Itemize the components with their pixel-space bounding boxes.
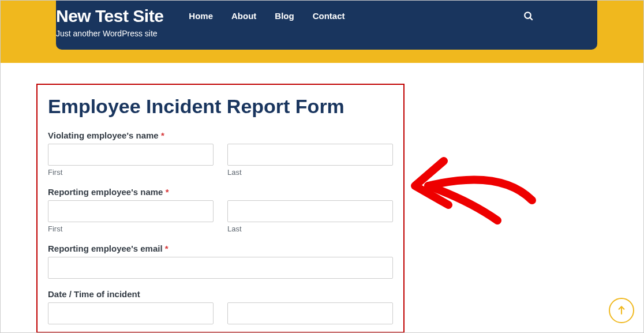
last-sublabel: Last	[227, 168, 393, 177]
reporting-email-group: Reporting employee's email *	[48, 244, 393, 279]
required-asterisk: *	[161, 130, 164, 140]
nav-menu: Home About Blog Contact	[189, 1, 345, 21]
nav-home[interactable]: Home	[189, 11, 213, 21]
required-asterisk: *	[165, 244, 169, 253]
reporting-name-label: Reporting employee's name *	[48, 187, 393, 197]
nav-contact[interactable]: Contact	[313, 11, 345, 21]
time-input[interactable]	[227, 302, 393, 324]
violating-last-input[interactable]	[227, 144, 393, 166]
datetime-label: Date / Time of incident	[48, 289, 393, 299]
violating-first-input[interactable]	[48, 144, 214, 166]
first-sublabel: First	[48, 168, 214, 177]
form-title: Employee Incident Report Form	[48, 95, 393, 118]
last-sublabel: Last	[227, 225, 393, 233]
date-input[interactable]	[48, 302, 214, 324]
incident-form: Employee Incident Report Form Violating …	[36, 84, 405, 333]
reporting-first-input[interactable]	[48, 200, 214, 222]
violating-name-group: Violating employee's name * First Last	[48, 130, 393, 177]
required-asterisk: *	[166, 187, 169, 197]
search-icon[interactable]	[523, 11, 534, 24]
first-sublabel: First	[48, 225, 214, 233]
navbar: New Test Site Just another WordPress sit…	[56, 1, 597, 50]
site-brand[interactable]: New Test Site Just another WordPress sit…	[56, 1, 163, 38]
nav-about[interactable]: About	[231, 11, 256, 21]
arrow-up-icon	[616, 305, 627, 316]
reporting-email-input[interactable]	[48, 257, 393, 279]
svg-line-1	[530, 18, 533, 20]
site-tagline: Just another WordPress site	[56, 29, 163, 38]
site-title: New Test Site	[56, 6, 163, 27]
svg-point-0	[525, 12, 531, 18]
scroll-to-top-button[interactable]	[609, 298, 634, 323]
datetime-group: Date / Time of incident	[48, 289, 393, 324]
nav-blog[interactable]: Blog	[275, 11, 294, 21]
reporting-name-group: Reporting employee's name * First Last	[48, 187, 393, 233]
violating-name-label: Violating employee's name *	[48, 130, 393, 140]
reporting-last-input[interactable]	[227, 200, 393, 222]
reporting-email-label: Reporting employee's email *	[48, 244, 393, 253]
